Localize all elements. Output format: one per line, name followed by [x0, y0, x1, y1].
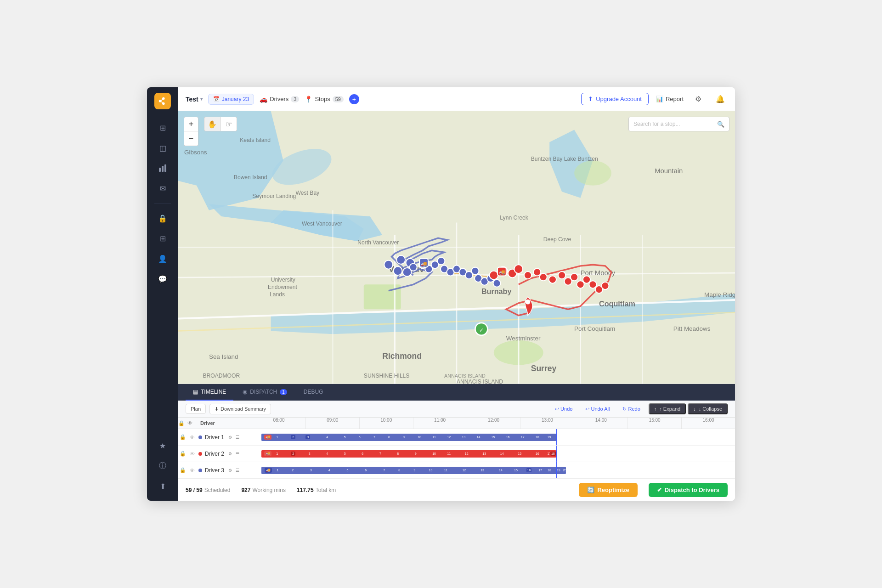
sidebar-item-analytics[interactable] — [153, 159, 172, 177]
reoptimize-button[interactable]: 🔄 Reoptimize — [579, 483, 637, 497]
driver1-visibility[interactable]: 👁 — [187, 435, 197, 440]
driver3-stop-18: 18 — [548, 469, 551, 472]
svg-text:Lynn Creek: Lynn Creek — [500, 215, 528, 221]
tab-dispatch[interactable]: ◉ DISPATCH 1 — [235, 384, 294, 401]
svg-point-58 — [396, 255, 405, 264]
driver2-timeline[interactable]: 🚚 1 2 3 4 5 6 7 8 9 10 11 12 13 — [252, 446, 735, 462]
settings-button[interactable]: ⚙ — [691, 92, 706, 107]
driver2-lock[interactable]: 🔒 — [178, 451, 187, 457]
expand-button[interactable]: ↑ ↑ Expand — [649, 403, 686, 414]
driver3-timeline[interactable]: 🚚 1 2 3 4 5 6 7 8 9 10 11 12 13 — [252, 462, 735, 478]
zoom-in-button[interactable]: + — [184, 117, 198, 131]
upgrade-label: Upgrade Account — [596, 96, 642, 102]
driver3-menu-icon[interactable]: ☰ — [234, 467, 241, 474]
driver3-color-dot — [198, 469, 202, 472]
upgrade-account-button[interactable]: ⬆ Upgrade Account — [581, 93, 649, 105]
tab-timeline[interactable]: ▤ TIMELINE — [186, 384, 233, 401]
svg-point-91 — [583, 276, 590, 283]
sidebar-item-info[interactable]: ⓘ — [153, 457, 172, 475]
driver2-main-bar[interactable]: 🚚 1 2 3 4 5 6 7 8 9 10 11 12 13 — [261, 450, 556, 458]
select-mode-button[interactable]: ☞ — [220, 117, 237, 131]
time-08: 08:00 — [252, 418, 305, 429]
svg-line-3 — [161, 99, 163, 101]
svg-point-94 — [601, 282, 609, 289]
map-search-input[interactable] — [633, 121, 717, 127]
svg-text:University: University — [271, 277, 296, 283]
collapse-button[interactable]: ↓ ↓ Collapse — [688, 403, 728, 414]
report-button[interactable]: 📊 Report — [656, 96, 684, 102]
dispatch-tab-icon: ◉ — [243, 389, 247, 395]
driver1-lock[interactable]: 🔒 — [178, 434, 187, 440]
driver1-main-bar[interactable]: 🚚 1 2 3 4 5 6 7 8 9 10 11 12 13 — [261, 434, 556, 441]
lock-col-header: 🔒 — [178, 420, 187, 426]
driver2-stop-11: 11 — [447, 452, 451, 455]
driver2-menu-icon[interactable]: ☰ — [234, 451, 241, 457]
stops-icon: 📍 — [305, 96, 312, 103]
route-name[interactable]: Test ▾ — [186, 96, 203, 103]
driver1-settings-icon[interactable]: ⚙ — [227, 434, 233, 441]
map-canvas: Vancouver Burnaby Port Moody Coquitlam P… — [178, 111, 735, 384]
topbar: Test ▾ 📅 January 23 🚗 Drivers 3 📍 Stops … — [178, 87, 735, 111]
driver1-stop-18: 18 — [536, 435, 539, 439]
download-summary-button[interactable]: ⬇ Download Summary — [209, 404, 271, 414]
driver1-stop-16: 16 — [506, 435, 510, 439]
svg-point-82 — [514, 265, 523, 273]
sidebar-item-star[interactable]: ★ — [153, 436, 172, 455]
driver3-stop-1: 1 — [277, 468, 278, 472]
sidebar-item-messages[interactable]: ✉ — [153, 179, 172, 198]
svg-text:Lands: Lands — [270, 291, 285, 298]
undo-button[interactable]: ↩ Undo — [550, 404, 577, 414]
working-mins-value: 927 — [241, 487, 250, 493]
drivers-icon: 🚗 — [260, 96, 267, 103]
driver3-settings-icon[interactable]: ⚙ — [227, 467, 233, 474]
drivers-section[interactable]: 🚗 Drivers 3 — [260, 96, 299, 103]
sidebar-item-grid[interactable]: ⊞ — [153, 229, 172, 248]
sidebar-item-person[interactable]: 👤 — [153, 249, 172, 268]
time-10: 10:00 — [359, 418, 413, 429]
notifications-button[interactable]: 🔔 — [713, 92, 728, 107]
driver2-settings-icon[interactable]: ⚙ — [227, 451, 233, 457]
driver1-stop-15: 15 — [492, 435, 495, 439]
driver1-name: Driver 1 ⚙ ☰ — [197, 434, 252, 441]
driver3-main-bar[interactable]: 🚚 1 2 3 4 5 6 7 8 9 10 11 12 13 — [261, 467, 566, 474]
reoptimize-label: Reoptimize — [597, 486, 629, 493]
driver3-name: Driver 3 ⚙ ☰ — [197, 467, 252, 474]
driver-row-2: 🔒 👁 Driver 2 ⚙ ☰ 🚚 1 2 3 — [178, 446, 735, 462]
svg-text:Port Coquitlam: Port Coquitlam — [574, 325, 615, 332]
zoom-out-button[interactable]: − — [184, 131, 198, 146]
date-pill[interactable]: 📅 January 23 — [208, 94, 254, 105]
driver1-menu-icon[interactable]: ☰ — [234, 434, 241, 441]
scheduled-label: Scheduled — [204, 487, 231, 493]
svg-rect-6 — [162, 166, 164, 172]
driver2-stop-18: 18 — [550, 452, 556, 456]
add-icon: + — [352, 96, 356, 103]
driver3-lock[interactable]: 🔒 — [178, 467, 187, 473]
svg-point-12 — [574, 161, 611, 186]
plan-label: Plan — [186, 404, 206, 414]
pan-mode-button[interactable]: ✋ — [204, 117, 220, 131]
driver1-timeline[interactable]: 🚚 1 2 3 4 5 6 7 8 9 10 11 12 13 — [252, 429, 735, 445]
sidebar-item-export[interactable]: ⬆ — [153, 477, 172, 495]
sidebar-item-chat[interactable]: 💬 — [153, 270, 172, 288]
undo-all-button[interactable]: ↩ Undo All — [581, 404, 614, 414]
driver3-visibility[interactable]: 👁 — [187, 468, 197, 473]
driver1-stop-12: 12 — [447, 435, 451, 439]
driver2-visibility[interactable]: 👁 — [187, 451, 197, 457]
drivers-badge: 3 — [291, 96, 299, 102]
dispatch-button[interactable]: ✔ Dispatch to Drivers — [649, 483, 728, 497]
driver1-stop-1: 1 — [276, 435, 278, 439]
map-search[interactable]: 🔍 — [628, 117, 729, 131]
stops-section[interactable]: 📍 Stops 59 — [305, 96, 344, 103]
add-button[interactable]: + — [349, 94, 359, 104]
sidebar-item-layers[interactable]: ◫ — [153, 139, 172, 157]
driver2-stop-12: 12 — [465, 452, 469, 455]
tab-debug[interactable]: DEBUG — [296, 384, 331, 401]
reoptimize-icon: 🔄 — [587, 486, 594, 493]
svg-text:Sea Island: Sea Island — [209, 353, 238, 360]
date-label: January 23 — [222, 96, 249, 102]
driver3-stop-11: 11 — [444, 469, 448, 472]
sidebar-item-lock[interactable]: 🔒 — [153, 209, 172, 227]
sidebar-item-routes[interactable]: ⊞ — [153, 119, 172, 137]
working-mins-stat: 927 Working mins — [241, 487, 286, 493]
redo-button[interactable]: ↻ Redo — [618, 404, 645, 414]
